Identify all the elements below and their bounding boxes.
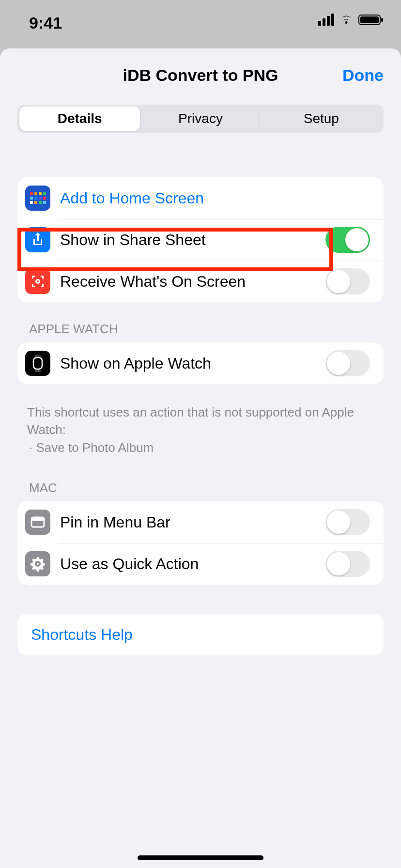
group-mac: Pin in Menu Bar Use as Quick Action: [17, 501, 384, 585]
cellular-icon: [318, 14, 334, 26]
menubar-icon: [25, 510, 50, 535]
share-sheet-toggle[interactable]: [325, 227, 370, 253]
apple-watch-header: Apple Watch: [29, 322, 372, 337]
apple-watch-label: Show on Apple Watch: [60, 355, 325, 372]
page-title: iDB Convert to PNG: [123, 66, 278, 85]
shortcuts-help-label: Shortcuts Help: [31, 626, 370, 644]
pin-menubar-row: Pin in Menu Bar: [17, 501, 384, 543]
receive-screen-toggle[interactable]: [325, 268, 370, 294]
shortcuts-help-row[interactable]: Shortcuts Help: [17, 614, 384, 655]
status-bar: 9:41: [0, 0, 401, 48]
segmented-control: Details Privacy Setup: [17, 105, 384, 133]
home-screen-icon: [25, 186, 50, 211]
mac-header: Mac: [29, 480, 372, 496]
tab-setup[interactable]: Setup: [261, 107, 382, 131]
quick-action-label: Use as Quick Action: [60, 555, 325, 573]
svg-rect-4: [35, 355, 41, 357]
apple-watch-icon: [25, 351, 50, 376]
svg-rect-3: [33, 357, 42, 369]
home-indicator: [138, 855, 263, 860]
add-to-home-row[interactable]: Add to Home Screen: [17, 177, 384, 219]
done-button[interactable]: Done: [342, 66, 384, 85]
svg-rect-1: [360, 16, 379, 23]
pin-menubar-toggle[interactable]: [325, 509, 370, 535]
receive-screen-label: Receive What's On Screen: [60, 273, 325, 291]
add-to-home-label: Add to Home Screen: [60, 189, 370, 207]
wifi-icon: [339, 14, 354, 26]
svg-rect-7: [31, 517, 44, 521]
apple-watch-toggle[interactable]: [325, 350, 370, 376]
settings-sheet: iDB Convert to PNG Done Details Privacy …: [0, 48, 401, 868]
quick-action-row: Use as Quick Action: [17, 543, 384, 585]
share-icon: [25, 227, 50, 252]
svg-rect-5: [35, 370, 41, 372]
quick-action-toggle[interactable]: [325, 551, 370, 577]
apple-watch-footer: This shortcut uses an action that is not…: [27, 403, 374, 456]
tab-details[interactable]: Details: [19, 107, 140, 131]
group-apple-watch: Show on Apple Watch: [17, 342, 384, 384]
battery-icon: [358, 14, 384, 26]
screen-capture-icon: [25, 269, 50, 294]
pin-menubar-label: Pin in Menu Bar: [60, 513, 325, 531]
svg-rect-2: [381, 18, 383, 22]
sheet-header: iDB Convert to PNG Done: [0, 63, 401, 87]
share-sheet-row: Show in Share Sheet: [17, 219, 384, 261]
receive-screen-row: Receive What's On Screen: [17, 261, 384, 302]
group-main: Add to Home Screen Show in Share Sheet R…: [17, 177, 384, 302]
share-sheet-label: Show in Share Sheet: [60, 231, 325, 249]
tab-privacy[interactable]: Privacy: [140, 107, 261, 131]
group-help: Shortcuts Help: [17, 614, 384, 655]
apple-watch-row: Show on Apple Watch: [17, 342, 384, 384]
status-time: 9:41: [29, 14, 62, 32]
status-icons: [318, 14, 384, 26]
gear-icon: [25, 551, 50, 576]
